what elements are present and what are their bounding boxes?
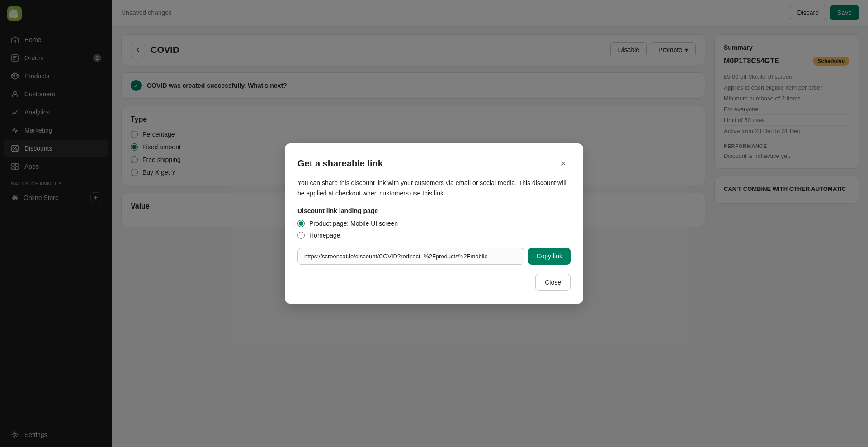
close-modal-button[interactable]: Close	[535, 274, 571, 291]
modal-close-button[interactable]: ×	[556, 156, 571, 171]
modal-option-product-page[interactable]: Product page: Mobile UI screen	[297, 220, 571, 227]
modal-radio-homepage[interactable]	[297, 232, 305, 239]
modal-header: Get a shareable link ×	[297, 156, 571, 171]
modal-radio-product-page[interactable]	[297, 220, 305, 227]
modal-radio-group: Product page: Mobile UI screen Homepage	[297, 220, 571, 239]
modal-footer: Close	[297, 274, 571, 291]
modal-option-homepage[interactable]: Homepage	[297, 232, 571, 239]
modal-overlay[interactable]: Get a shareable link × You can share thi…	[0, 0, 868, 447]
close-icon: ×	[561, 158, 566, 169]
modal-section-title: Discount link landing page	[297, 207, 571, 214]
shareable-link-input[interactable]	[297, 248, 524, 265]
modal-link-row: Copy link	[297, 248, 571, 265]
shareable-link-modal: Get a shareable link × You can share thi…	[285, 143, 583, 304]
modal-description: You can share this discount link with yo…	[297, 178, 571, 198]
copy-link-button[interactable]: Copy link	[528, 248, 571, 265]
modal-title: Get a shareable link	[297, 158, 383, 169]
